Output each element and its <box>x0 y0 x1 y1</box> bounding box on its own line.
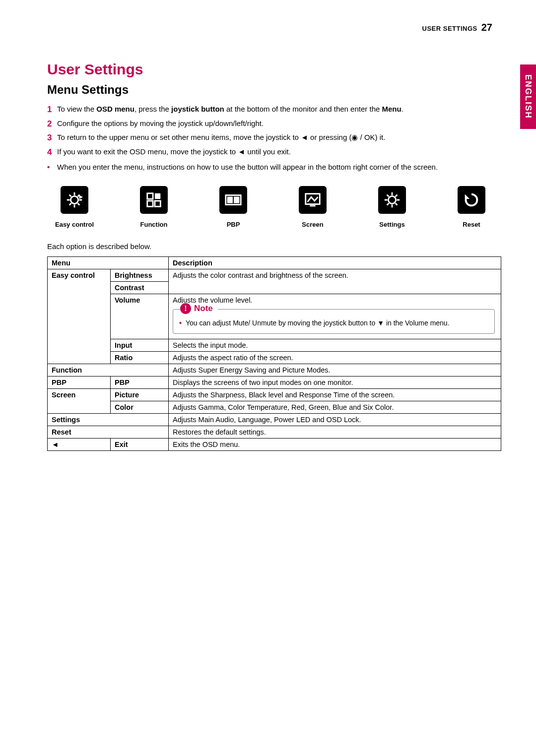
cell-reset-desc: Restores the default settings. <box>169 426 501 438</box>
table-header-menu: Menu <box>48 257 169 269</box>
note-legend: ! Note <box>180 303 218 314</box>
language-tab: ENGLISH <box>520 64 536 129</box>
step-number: 2 <box>47 118 57 130</box>
step-bullet-text: When you enter the menu, instructions on… <box>57 162 438 173</box>
cell-contrast: Contrast <box>111 282 169 294</box>
note-box: ! Note • You can adjust Mute/ Unmute by … <box>173 309 495 334</box>
cell-pbp-sub: PBP <box>111 376 169 388</box>
icon-label: Easy control <box>55 221 94 228</box>
svg-rect-6 <box>234 197 239 203</box>
cell-back-arrow: ◄ <box>48 438 111 450</box>
cell-brightness: Brightness <box>111 269 169 282</box>
step-number: 4 <box>47 146 57 159</box>
cell-input-desc: Selects the input mode. <box>169 339 501 351</box>
bullet-dot-icon: • <box>179 318 182 328</box>
cell-volume-desc: Adjusts the volume level. ! Note • You c… <box>169 294 501 339</box>
pbp-icon <box>219 186 247 214</box>
icon-label: Reset <box>463 221 480 228</box>
cell-ratio: Ratio <box>111 351 169 364</box>
function-icon <box>140 186 168 214</box>
icon-label: Function <box>140 221 168 228</box>
cell-exit-desc: Exits the OSD menu. <box>169 438 501 450</box>
svg-rect-5 <box>227 197 233 203</box>
cell-settings: Settings <box>48 413 169 426</box>
instruction-steps: 1 To view the OSD menu, press the joysti… <box>47 104 501 159</box>
cell-function-desc: Adjusts Super Energy Saving and Picture … <box>169 364 501 376</box>
page-header: USER SETTINGS 27 <box>47 22 501 33</box>
page-title: User Settings <box>47 61 501 78</box>
table-intro-text: Each option is described below. <box>47 242 501 251</box>
cell-reset: Reset <box>48 426 169 438</box>
cell-brightness-desc: Adjusts the color contrast and brightnes… <box>169 269 501 294</box>
note-exclamation-icon: ! <box>180 303 191 314</box>
cell-easy-control: Easy control <box>48 269 111 364</box>
step-3-text: To return to the upper menu or set other… <box>57 132 501 143</box>
menu-icon-row: Easy control Function PBP Screen <box>47 186 501 228</box>
step-2-text: Configure the options by moving the joys… <box>57 118 501 129</box>
header-section: USER SETTINGS <box>422 25 477 32</box>
svg-point-0 <box>70 196 78 204</box>
cell-volume: Volume <box>111 294 169 339</box>
cell-picture: Picture <box>111 388 169 401</box>
cell-function: Function <box>48 364 169 376</box>
step-number: 1 <box>47 104 57 116</box>
menu-icon-screen: Screen <box>290 186 335 228</box>
menu-icon-pbp: PBP <box>211 186 256 228</box>
reset-icon <box>458 186 485 214</box>
cell-picture-desc: Adjusts the Sharpness, Black level and R… <box>169 388 501 401</box>
note-text: You can adjust Mute/ Unmute by moving th… <box>186 318 450 328</box>
icon-label: PBP <box>227 221 240 228</box>
cell-pbp: PBP <box>48 376 111 388</box>
note-label: Note <box>194 304 213 314</box>
step-note-bullet: • When you enter the menu, instructions … <box>47 162 501 173</box>
icon-label: Settings <box>379 221 404 228</box>
cell-color: Color <box>111 401 169 413</box>
bullet-dot-icon: • <box>47 162 57 173</box>
menu-icon-reset: Reset <box>449 186 494 228</box>
menu-description-table: Menu Description Easy control Brightness… <box>47 256 501 451</box>
easy-control-icon <box>61 186 88 214</box>
header-page-number: 27 <box>481 22 492 33</box>
step-1-text: To view the OSD menu, press the joystick… <box>57 104 501 115</box>
svg-rect-8 <box>310 205 315 207</box>
cell-ratio-desc: Adjusts the aspect ratio of the screen. <box>169 351 501 364</box>
screen-icon <box>299 186 327 214</box>
svg-rect-2 <box>147 201 153 206</box>
svg-rect-1 <box>147 193 153 199</box>
step-number: 3 <box>47 132 57 144</box>
menu-icon-settings: Settings <box>370 186 414 228</box>
table-header-description: Description <box>169 257 501 269</box>
svg-rect-3 <box>155 201 160 206</box>
icon-label: Screen <box>302 221 323 228</box>
cell-exit: Exit <box>111 438 169 450</box>
svg-point-9 <box>388 196 396 204</box>
menu-icon-easy-control: Easy control <box>52 186 97 228</box>
section-subtitle: Menu Settings <box>47 83 501 97</box>
step-4-text: If you want to exit the OSD menu, move t… <box>57 146 501 157</box>
menu-icon-function: Function <box>132 186 176 228</box>
cell-color-desc: Adjusts Gamma, Color Temperature, Red, G… <box>169 401 501 413</box>
settings-icon <box>378 186 406 214</box>
cell-pbp-desc: Displays the screens of two input modes … <box>169 376 501 388</box>
cell-screen: Screen <box>48 388 111 413</box>
cell-input: Input <box>111 339 169 351</box>
cell-settings-desc: Adjusts Main Audio, Language, Power LED … <box>169 413 501 426</box>
